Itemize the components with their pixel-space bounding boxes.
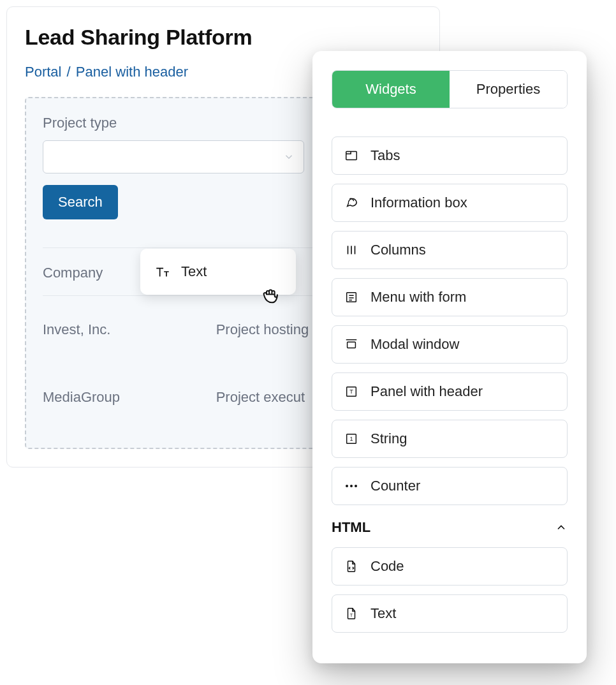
chevron-down-icon	[283, 151, 295, 163]
side-tabs: Widgets Properties	[332, 70, 568, 108]
svg-text:1: 1	[349, 436, 353, 442]
svg-point-7	[346, 485, 348, 487]
widget-menu-with-form[interactable]: Menu with form	[332, 278, 568, 316]
counter-icon	[344, 478, 359, 494]
text-file-icon: T	[344, 606, 359, 621]
tabs-icon	[344, 148, 359, 163]
breadcrumb-portal[interactable]: Portal	[25, 64, 61, 80]
text-size-icon	[154, 263, 171, 280]
widget-label: Code	[370, 558, 404, 575]
svg-point-8	[350, 485, 353, 487]
cell-company: Invest, Inc.	[43, 296, 216, 364]
breadcrumb-panel-with-header[interactable]: Panel with header	[76, 64, 188, 80]
svg-rect-0	[346, 152, 357, 160]
widget-label: String	[370, 431, 407, 447]
widget-label: Modal window	[370, 336, 459, 353]
chevron-up-icon	[555, 521, 568, 534]
project-type-select[interactable]	[43, 140, 304, 173]
svg-rect-2	[348, 342, 356, 348]
widget-label: Text	[370, 605, 396, 622]
widget-code[interactable]: Code	[332, 547, 568, 586]
widget-text[interactable]: T Text	[332, 594, 568, 633]
columns-icon	[344, 242, 359, 258]
grab-cursor-icon	[260, 284, 282, 306]
tab-widgets[interactable]: Widgets	[332, 71, 450, 108]
widget-panel-with-header[interactable]: T Panel with header	[332, 372, 568, 411]
chat-icon	[344, 195, 359, 210]
widget-columns[interactable]: Columns	[332, 231, 568, 269]
svg-text:T: T	[349, 388, 353, 395]
section-html-header[interactable]: HTML	[332, 519, 568, 536]
panel-header-icon: T	[344, 384, 359, 399]
widget-label: Menu with form	[370, 289, 466, 306]
section-html-title: HTML	[332, 519, 370, 536]
widget-counter[interactable]: Counter	[332, 467, 568, 505]
page-title: Lead Sharing Platform	[25, 25, 422, 50]
widget-label: Panel with header	[370, 383, 483, 400]
svg-point-9	[355, 485, 357, 487]
widget-modal-window[interactable]: Modal window	[332, 325, 568, 364]
string-icon: 1	[344, 431, 359, 446]
code-file-icon	[344, 559, 359, 574]
modal-icon	[344, 337, 359, 352]
breadcrumb-sep: /	[66, 64, 72, 80]
widget-label: Tabs	[370, 147, 400, 164]
form-icon	[344, 290, 359, 305]
widget-information-box[interactable]: Information box	[332, 184, 568, 222]
widget-tabs[interactable]: Tabs	[332, 136, 568, 175]
widget-label: Counter	[370, 478, 420, 494]
widget-label: Information box	[370, 195, 467, 211]
widget-label: Columns	[370, 242, 426, 258]
widgets-panel: Widgets Properties Tabs Information box …	[312, 51, 587, 663]
tab-properties[interactable]: Properties	[450, 71, 567, 108]
drag-chip-label: Text	[181, 263, 207, 280]
search-button[interactable]: Search	[43, 185, 118, 219]
widget-string[interactable]: 1 String	[332, 420, 568, 458]
svg-text:T: T	[350, 612, 353, 618]
cell-company: MediaGroup	[43, 364, 216, 431]
